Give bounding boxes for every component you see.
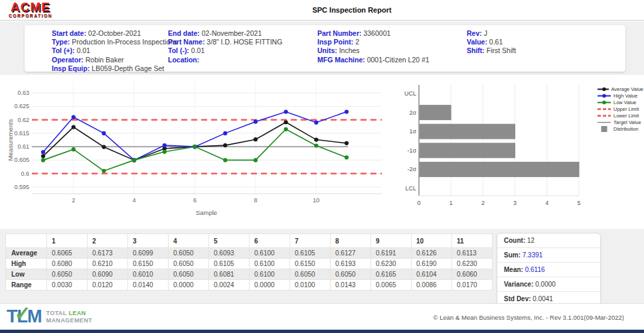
- sample-statistics-table: 1234567891011Average0.60650.61730.60990.…: [5, 233, 493, 291]
- info-field-label: Insp Point:: [317, 38, 353, 46]
- table-column-header: 4: [169, 234, 209, 248]
- table-cell: 0.0140: [128, 280, 169, 291]
- series-point: [223, 158, 227, 162]
- table-cell: 0.6150: [290, 259, 331, 269]
- info-field: Part Number: 3360001: [317, 29, 467, 38]
- summary-value: 0.6116: [523, 266, 545, 273]
- info-column-2: End date: 02-November-2021Part Name: 3/8…: [168, 29, 317, 73]
- table-cell: 0.0000: [169, 280, 209, 291]
- table-cell: 0.6050: [290, 269, 331, 280]
- series-point: [254, 119, 258, 123]
- table-cell: 0.6050: [169, 259, 209, 269]
- info-field-label: Location:: [168, 56, 199, 64]
- info-field-value: 0.01: [75, 46, 90, 54]
- series-point: [345, 109, 349, 113]
- table-cell: 0.6065: [47, 248, 88, 259]
- x-tick-label: 0: [417, 200, 420, 206]
- legend-item-label: High Value: [613, 93, 637, 99]
- table-column-header: 5: [209, 234, 250, 248]
- tlm-logo-line1: TOTAL LEAN: [46, 310, 93, 317]
- y-tick-label: 0.625: [14, 103, 29, 109]
- table-column-header: 1: [47, 234, 88, 248]
- summary-row: Mean: 0.6116: [497, 263, 600, 277]
- info-field-value: Inches: [337, 46, 360, 54]
- table-row: Range0.00300.01200.01400.00000.00240.000…: [6, 280, 493, 291]
- category-label: 1σ: [409, 128, 416, 135]
- top-header: ACME CORPORATION SPC Inspection Report: [0, 0, 644, 21]
- legend-item: High Value: [597, 92, 643, 99]
- table-column-header: 8: [331, 234, 371, 248]
- spc-line-chart: 0.5950.60.6050.610.6150.620.6250.6324681…: [5, 75, 388, 226]
- legend-item: Low Value: [597, 99, 643, 105]
- table-column-header: 3: [128, 234, 169, 248]
- summary-value: 7.3391: [521, 251, 542, 259]
- series-point: [102, 145, 106, 149]
- tlm-logo-letters: TL✓M: [7, 307, 42, 326]
- legend-item-label: Average Value: [611, 86, 643, 92]
- table-row-label: High: [6, 259, 47, 269]
- legend-item: Distribution: [597, 125, 643, 132]
- x-tick-label: 2: [481, 200, 485, 206]
- distribution-bar: [420, 143, 516, 158]
- distribution-bar: [420, 105, 451, 120]
- summary-row: Variance: 0.0000: [497, 277, 600, 292]
- x-tick-label: 1: [449, 200, 453, 206]
- series-point: [254, 158, 258, 162]
- info-field: Units: Inches: [317, 46, 467, 55]
- x-axis-label: Sample: [196, 209, 217, 216]
- distribution-bar: [420, 124, 516, 139]
- info-field: Shift: First Shift: [467, 46, 625, 55]
- info-field-value: 3360001: [362, 29, 391, 37]
- table-cell: 0.6210: [88, 259, 128, 269]
- info-field: Operator: Robin Baker: [52, 56, 168, 64]
- series-point: [163, 150, 167, 154]
- info-field: End date: 02-November-2021: [168, 29, 317, 38]
- table-cell: 0.6230: [452, 259, 493, 269]
- series-point: [284, 109, 288, 113]
- series-point: [102, 168, 106, 172]
- acme-logo-subtitle: CORPORATION: [9, 13, 52, 18]
- series-point: [41, 150, 45, 154]
- info-field-label: Tol (-):: [168, 46, 189, 54]
- info-field: Start date: 02-October-2021: [52, 29, 168, 38]
- info-field-label: Rev:: [467, 29, 482, 37]
- y-tick-label: 0.595: [14, 184, 29, 190]
- info-field: Tol (-): 0.01: [168, 46, 317, 55]
- series-point: [284, 127, 288, 131]
- info-field: MFG Machine: 0001-Citizen L20 #1: [317, 56, 467, 64]
- table-cell: 0.6191: [371, 248, 412, 259]
- table-cell: 0.6099: [128, 248, 169, 259]
- category-label: -1σ: [407, 147, 416, 154]
- info-field: Rev: J: [467, 29, 625, 38]
- legend-item: Average Value: [597, 86, 643, 92]
- info-field: Tol (+): 0.01: [52, 46, 168, 55]
- line-dot-marker-icon: [597, 93, 611, 99]
- tlm-letter-l: L✓: [17, 307, 28, 326]
- x-tick-label: 10: [313, 197, 319, 204]
- series-point: [314, 121, 318, 125]
- series-point: [345, 141, 349, 145]
- info-field-label: Shift:: [467, 46, 485, 54]
- summary-label: Sum:: [504, 251, 521, 259]
- info-field-label: Part Name:: [168, 38, 204, 46]
- table-cell: 0.6105: [209, 259, 250, 269]
- table-cell: 0.0120: [88, 280, 128, 291]
- table-corner-cell: [6, 234, 47, 248]
- y-tick-label: 0.61: [17, 143, 29, 150]
- series-point: [284, 120, 288, 124]
- info-field-label: Part Number:: [317, 29, 362, 37]
- charts-section: 0.5950.60.6050.610.6150.620.6250.6324681…: [0, 75, 644, 229]
- table-cell: 0.6165: [371, 269, 412, 280]
- info-field-label: Value:: [467, 38, 487, 46]
- legend-item: Lower Limit: [597, 112, 643, 119]
- info-field-value: Production In-Process Inspections: [70, 38, 177, 46]
- summary-label: Count:: [504, 237, 525, 244]
- info-field-label: MFG Machine:: [317, 56, 365, 64]
- info-field-label: Units:: [317, 46, 337, 54]
- series-point: [132, 158, 136, 162]
- table-column-header: 9: [371, 234, 412, 248]
- table-cell: 0.0143: [331, 280, 371, 291]
- x-tick-label: 4: [545, 200, 548, 206]
- category-label: UCL: [404, 90, 416, 97]
- info-field-label: Type:: [52, 38, 70, 46]
